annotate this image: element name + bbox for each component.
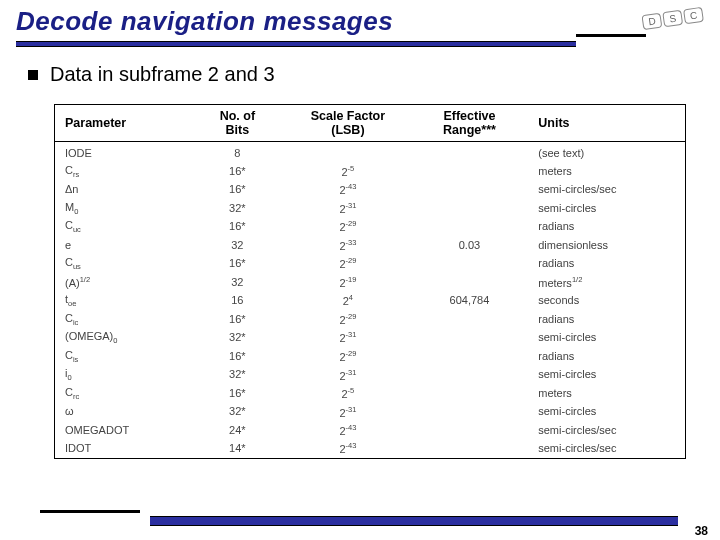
- cell-scale: 2-29: [287, 347, 409, 366]
- cell-parameter: OMEGADOT: [55, 422, 188, 440]
- cell-units: semi-circles: [530, 403, 685, 421]
- col-scale: Scale Factor (LSB): [287, 105, 409, 142]
- cell-parameter: toe: [55, 292, 188, 311]
- cell-range: 604,784: [409, 292, 531, 311]
- cell-range: [409, 403, 531, 421]
- logo-letter-s: S: [662, 10, 683, 27]
- table-row: Cic16*2-29radians: [55, 310, 685, 329]
- col-range: Effective Range***: [409, 105, 531, 142]
- table-row: (A)1/2322-19meters1/2: [55, 273, 685, 291]
- cell-range: [409, 347, 531, 366]
- slide: Decode navigation messages DSC Data in s…: [0, 0, 720, 540]
- cell-bits: 14*: [188, 440, 287, 458]
- cell-parameter: IODE: [55, 146, 188, 163]
- cell-units: semi-circles: [530, 199, 685, 218]
- cell-units: radians: [530, 255, 685, 274]
- table-row: toe1624604,784seconds: [55, 292, 685, 311]
- table-row: M032*2-31semi-circles: [55, 199, 685, 218]
- table-head: Parameter No. of Bits Scale Factor (LSB)…: [55, 105, 685, 142]
- table-row: OMEGADOT24*2-43semi-circles/sec: [55, 422, 685, 440]
- cell-parameter: Cuc: [55, 218, 188, 237]
- cell-scale: 2-5: [287, 385, 409, 404]
- logo-letter-c: C: [683, 7, 704, 25]
- cell-units: radians: [530, 310, 685, 329]
- logo-letter-d: D: [641, 13, 662, 31]
- cell-range: [409, 366, 531, 385]
- cell-parameter: (OMEGA)0: [55, 329, 188, 348]
- col-units: Units: [530, 105, 685, 142]
- cell-range: [409, 273, 531, 291]
- bullet-row: Data in subframe 2 and 3: [0, 47, 720, 94]
- cell-scale: 2-31: [287, 199, 409, 218]
- cell-range: [409, 181, 531, 199]
- table-body: IODE8(see text)Crs16*2-5metersΔn16*2-43s…: [55, 142, 685, 459]
- cell-parameter: M0: [55, 199, 188, 218]
- cell-range: [409, 199, 531, 218]
- cell-scale: 2-29: [287, 218, 409, 237]
- cell-units: radians: [530, 218, 685, 237]
- footer-rule: [150, 516, 678, 526]
- cell-scale: 2-29: [287, 255, 409, 274]
- title-underline-right: [576, 34, 646, 37]
- cell-scale: 2-31: [287, 329, 409, 348]
- table-wrap: Parameter No. of Bits Scale Factor (LSB)…: [54, 104, 686, 459]
- cell-scale: 2-43: [287, 181, 409, 199]
- cell-range: [409, 385, 531, 404]
- footer: [0, 506, 720, 526]
- cell-bits: 8: [188, 146, 287, 163]
- cell-parameter: Δn: [55, 181, 188, 199]
- cell-units: meters1/2: [530, 273, 685, 291]
- cell-bits: 16*: [188, 347, 287, 366]
- cell-units: dimensionless: [530, 236, 685, 254]
- col-parameter: Parameter: [55, 105, 188, 142]
- cell-scale: 2-43: [287, 440, 409, 458]
- col-range-l1: Effective: [443, 109, 495, 123]
- cell-parameter: ω: [55, 403, 188, 421]
- table-row: Δn16*2-43semi-circles/sec: [55, 181, 685, 199]
- cell-range: [409, 440, 531, 458]
- page-number: 38: [695, 524, 708, 538]
- cell-units: meters: [530, 162, 685, 181]
- table-row: e322-330.03dimensionless: [55, 236, 685, 254]
- col-scale-l2: (LSB): [331, 123, 364, 137]
- table-row: Cis16*2-29radians: [55, 347, 685, 366]
- cell-bits: 16*: [188, 218, 287, 237]
- parameters-table: Parameter No. of Bits Scale Factor (LSB)…: [55, 105, 685, 458]
- cell-scale: 2-33: [287, 236, 409, 254]
- cell-units: seconds: [530, 292, 685, 311]
- cell-scale: 24: [287, 292, 409, 311]
- cell-parameter: e: [55, 236, 188, 254]
- cell-units: radians: [530, 347, 685, 366]
- col-bits: No. of Bits: [188, 105, 287, 142]
- cell-bits: 24*: [188, 422, 287, 440]
- cell-bits: 16*: [188, 181, 287, 199]
- cell-parameter: (A)1/2: [55, 273, 188, 291]
- cell-bits: 32*: [188, 403, 287, 421]
- table-row: Cus16*2-29radians: [55, 255, 685, 274]
- bullet-icon: [28, 70, 38, 80]
- cell-scale: 2-29: [287, 310, 409, 329]
- cell-units: semi-circles/sec: [530, 440, 685, 458]
- page-title: Decode navigation messages: [16, 6, 720, 37]
- cell-parameter: Cus: [55, 255, 188, 274]
- cell-parameter: Cis: [55, 347, 188, 366]
- cell-range: [409, 146, 531, 163]
- table-row: Crs16*2-5meters: [55, 162, 685, 181]
- cell-scale: 2-31: [287, 403, 409, 421]
- cell-bits: 32*: [188, 366, 287, 385]
- cell-units: semi-circles: [530, 329, 685, 348]
- cell-range: [409, 162, 531, 181]
- table-row: IODE8(see text): [55, 146, 685, 163]
- col-range-l2: Range***: [443, 123, 496, 137]
- col-parameter-l1: Parameter: [65, 116, 126, 130]
- table-row: Crc16*2-5meters: [55, 385, 685, 404]
- cell-units: semi-circles/sec: [530, 181, 685, 199]
- cell-bits: 16: [188, 292, 287, 311]
- cell-units: meters: [530, 385, 685, 404]
- cell-range: [409, 310, 531, 329]
- cell-bits: 32: [188, 236, 287, 254]
- cell-bits: 16*: [188, 385, 287, 404]
- cell-parameter: Crs: [55, 162, 188, 181]
- cell-scale: 2-19: [287, 273, 409, 291]
- cell-units: semi-circles/sec: [530, 422, 685, 440]
